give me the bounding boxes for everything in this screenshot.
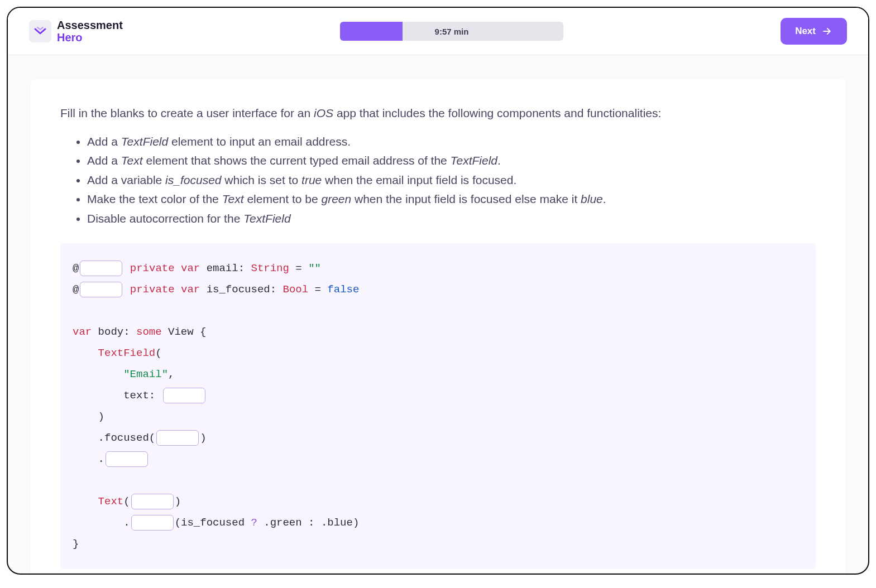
blank-input-2[interactable] (80, 282, 122, 297)
blank-input-7[interactable] (131, 515, 174, 531)
question-card: Fill in the blanks to create a user inte… (30, 79, 846, 573)
brand-logo-icon (29, 20, 51, 42)
blank-input-4[interactable] (156, 430, 199, 446)
list-item: Disable autocorrection for the TextField (87, 209, 816, 229)
blank-input-5[interactable] (106, 451, 148, 467)
blank-input-6[interactable] (131, 494, 174, 509)
brand-line2: Hero (57, 31, 123, 44)
app-window: Assessment Hero 9:57 min Next Fill in th… (7, 7, 869, 575)
header-bar: Assessment Hero 9:57 min Next (8, 8, 868, 55)
timer-progress-fill (340, 22, 403, 41)
brand-line1: Assessment (57, 19, 123, 31)
requirements-list: Add a TextField element to input an emai… (60, 132, 816, 229)
brand-name: Assessment Hero (57, 19, 123, 44)
blank-input-3[interactable] (163, 388, 205, 403)
arrow-right-icon (821, 26, 832, 37)
list-item: Add a Text element that shows the curren… (87, 151, 816, 171)
question-prompt: Fill in the blanks to create a user inte… (60, 104, 816, 122)
list-item: Add a variable is_focused which is set t… (87, 171, 816, 190)
next-button[interactable]: Next (781, 18, 847, 45)
blank-input-1[interactable] (80, 261, 122, 276)
timer-label: 9:57 min (435, 27, 469, 36)
list-item: Add a TextField element to input an emai… (87, 132, 816, 152)
timer-progress: 9:57 min (340, 22, 563, 41)
code-block: @ private var email: String = ""@ privat… (60, 243, 816, 569)
content-area: Fill in the blanks to create a user inte… (8, 55, 868, 573)
list-item: Make the text color of the Text element … (87, 190, 816, 209)
brand-logo: Assessment Hero (29, 19, 123, 44)
next-button-label: Next (795, 26, 816, 37)
